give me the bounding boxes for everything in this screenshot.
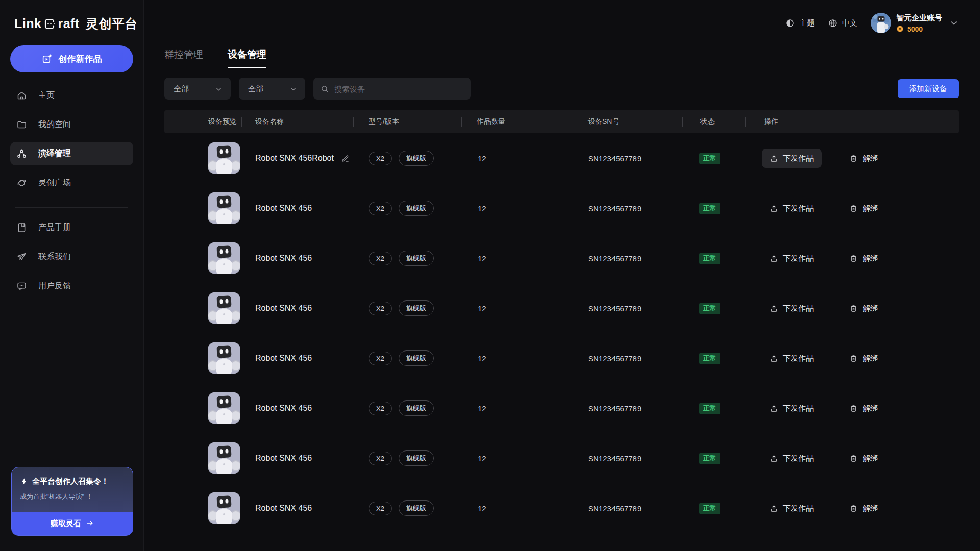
lightning-icon: [20, 478, 28, 486]
table-body: Robot SNX 456Robot X2 旗舰版 12 SN123456778…: [164, 133, 959, 533]
status-badge: 正常: [699, 403, 720, 414]
book-icon: [16, 222, 27, 233]
paper-plane-icon: [16, 252, 27, 262]
sidebar-item-label: 我的空间: [38, 119, 71, 130]
logo-text-raft: raft: [58, 16, 79, 31]
create-new-work-button[interactable]: 创作新作品: [10, 45, 133, 72]
filter-row: 全部 全部 添加新设备: [164, 78, 959, 100]
sidebar-item-contact-us[interactable]: 联系我们: [10, 245, 133, 268]
deploy-work-button[interactable]: 下发作品: [762, 499, 822, 518]
device-sn: SN1234567789: [588, 204, 641, 213]
version-badge: 旗舰版: [399, 201, 434, 216]
upload-icon: [770, 154, 778, 163]
trash-icon: [849, 354, 858, 363]
model-badge: X2: [369, 452, 392, 465]
model-badge: X2: [369, 152, 392, 165]
deploy-work-button[interactable]: 下发作品: [762, 349, 822, 368]
primary-nav: 主页 我的空间 演绎管理: [0, 77, 143, 200]
deploy-work-button[interactable]: 下发作品: [762, 199, 822, 218]
globe-icon: [828, 18, 838, 28]
unbind-button[interactable]: 解绑: [841, 199, 886, 218]
sidebar-item-home[interactable]: 主页: [10, 84, 133, 107]
version-badge: 旗舰版: [399, 400, 434, 416]
search-input[interactable]: [334, 85, 463, 93]
table-row: Robot SNX 456 X2 旗舰版 12 SN1234567789 正常: [164, 283, 959, 333]
filter-dropdown-1[interactable]: 全部: [164, 78, 231, 100]
sidebar-item-label: 主页: [38, 90, 55, 101]
deploy-button-label: 下发作品: [783, 304, 814, 313]
deploy-work-button[interactable]: 下发作品: [762, 299, 822, 318]
add-device-button[interactable]: 添加新设备: [898, 79, 959, 98]
create-work-icon: [42, 54, 53, 64]
works-count: 12: [478, 254, 486, 263]
device-thumbnail: [208, 342, 240, 374]
device-sn: SN1234567789: [588, 304, 641, 313]
sidebar-item-label: 产品手册: [38, 222, 71, 233]
device-sn: SN1234567789: [588, 504, 641, 513]
theme-toggle[interactable]: 主题: [785, 18, 815, 28]
works-count: 12: [478, 154, 486, 163]
device-search: [313, 78, 471, 100]
deploy-work-button[interactable]: 下发作品: [762, 449, 822, 468]
deploy-work-button[interactable]: 下发作品: [762, 149, 822, 168]
earn-gems-button[interactable]: 赚取灵石: [12, 512, 133, 535]
language-switcher[interactable]: 中文: [828, 18, 857, 28]
device-sn: SN1234567789: [588, 454, 641, 463]
sidebar-item-user-feedback[interactable]: 用户反馈: [10, 274, 133, 297]
table-header: 设备预览 设备名称 型号/版本 作品数量 设备SN号 状态 操作: [164, 110, 959, 133]
unbind-button-label: 解绑: [863, 254, 878, 263]
promo-card: 全平台创作人召集令！ 成为首批"机器人导演" ！ 赚取灵石: [11, 467, 133, 536]
filter-dropdown-2[interactable]: 全部: [239, 78, 305, 100]
sidebar-item-performance-management[interactable]: 演绎管理: [10, 142, 133, 165]
theme-icon: [785, 18, 795, 28]
chevron-down-icon: [215, 85, 223, 93]
trash-icon: [849, 254, 858, 263]
version-badge: 旗舰版: [399, 500, 434, 516]
earn-gems-label: 赚取灵石: [51, 519, 81, 529]
unbind-button[interactable]: 解绑: [841, 349, 886, 368]
unbind-button[interactable]: 解绑: [841, 299, 886, 318]
column-header-sn: 设备SN号: [572, 110, 682, 133]
sidebar-item-label: 联系我们: [38, 252, 71, 262]
sidebar-item-my-space[interactable]: 我的空间: [10, 113, 133, 136]
account-menu[interactable]: 智元企业账号 5000: [871, 13, 959, 33]
model-badge: X2: [369, 402, 392, 415]
trash-icon: [849, 404, 858, 413]
upload-icon: [770, 504, 778, 513]
device-thumbnail: [208, 192, 240, 224]
unbind-button[interactable]: 解绑: [841, 449, 886, 468]
deploy-button-label: 下发作品: [783, 354, 814, 363]
deploy-work-button[interactable]: 下发作品: [762, 249, 822, 268]
version-badge: 旗舰版: [399, 350, 434, 366]
trash-icon: [849, 204, 858, 213]
unbind-button[interactable]: 解绑: [841, 149, 886, 168]
theme-label: 主题: [799, 18, 815, 28]
device-thumbnail: [208, 292, 240, 324]
works-count: 12: [478, 354, 486, 363]
device-thumbnail: [208, 392, 240, 424]
edit-name-icon[interactable]: [341, 154, 350, 163]
table-row: Robot SNX 456 X2 旗舰版 12 SN1234567789 正常: [164, 233, 959, 283]
language-label: 中文: [842, 18, 857, 28]
sidebar-divider: [15, 207, 128, 208]
deploy-work-button[interactable]: 下发作品: [762, 399, 822, 418]
sidebar-item-product-manual[interactable]: 产品手册: [10, 216, 133, 239]
tab-device-management[interactable]: 设备管理: [228, 48, 266, 68]
version-badge: 旗舰版: [399, 300, 434, 316]
status-badge: 正常: [699, 153, 720, 164]
unbind-button[interactable]: 解绑: [841, 499, 886, 518]
column-header-status: 状态: [682, 110, 745, 133]
device-sn: SN1234567789: [588, 404, 641, 413]
unbind-button[interactable]: 解绑: [841, 399, 886, 418]
tab-group-control[interactable]: 群控管理: [164, 48, 203, 68]
promo-title: 全平台创作人召集令！: [32, 477, 109, 486]
model-badge: X2: [369, 352, 392, 365]
create-new-work-label: 创作新作品: [59, 53, 102, 65]
sidebar-item-plaza[interactable]: 灵创广场: [10, 171, 133, 194]
unbind-button[interactable]: 解绑: [841, 249, 886, 268]
unbind-button-label: 解绑: [863, 304, 878, 313]
device-thumbnail: [208, 242, 240, 274]
deploy-button-label: 下发作品: [783, 204, 814, 213]
column-header-actions: 操作: [745, 110, 959, 133]
model-badge: X2: [369, 502, 392, 515]
